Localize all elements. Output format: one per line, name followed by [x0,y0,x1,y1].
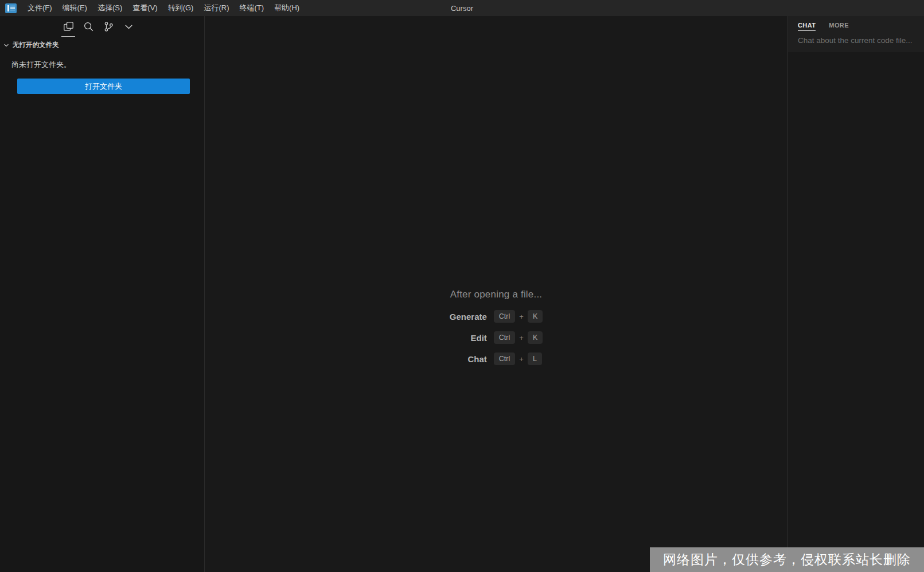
shortcut-list: Generate Ctrl + K Edit Ctrl + K Chat Ct [450,310,543,365]
menu-goto[interactable]: 转到(G) [163,0,199,16]
tab-more[interactable]: MORE [829,22,849,32]
editor-placeholder: After opening a file... Generate Ctrl + … [450,289,543,365]
shortcut-chat-keys: Ctrl + L [494,352,543,365]
no-folder-message: 尚未打开文件夹。 [0,52,204,70]
shortcut-chat-label: Chat [450,354,487,364]
section-no-folder-opened[interactable]: 无打开的文件夹 [0,37,204,52]
app-logo-icon [5,3,17,13]
shortcut-generate-label: Generate [450,312,487,322]
sidebar-toolbar [0,16,204,37]
menu-selection[interactable]: 选择(S) [92,0,127,16]
watermark-banner: 网络图片，仅供参考，侵权联系站长删除 [650,547,924,572]
menu-view[interactable]: 查看(V) [127,0,162,16]
key-ctrl: Ctrl [494,310,515,323]
titlebar: 文件(F) 编辑(E) 选择(S) 查看(V) 转到(G) 运行(R) 终端(T… [0,0,924,16]
key-k: K [528,331,543,344]
plus-sign: + [519,334,524,342]
tab-chat[interactable]: CHAT [798,22,816,32]
source-control-icon[interactable] [101,18,116,36]
section-header-label: 无打开的文件夹 [13,41,59,49]
key-l: L [528,352,542,365]
cursor-window: 文件(F) 编辑(E) 选择(S) 查看(V) 转到(G) 运行(R) 终端(T… [0,0,924,572]
chat-input[interactable]: Chat about the current code file... [788,32,924,45]
chevron-down-icon[interactable] [121,18,136,36]
chat-panel: CHAT MORE Chat about the current code fi… [787,16,924,572]
search-icon[interactable] [81,18,96,36]
shortcut-edit-label: Edit [450,333,487,343]
chat-tabs: CHAT MORE [788,22,924,32]
main-content: 无打开的文件夹 尚未打开文件夹。 打开文件夹 After opening a f… [0,16,924,572]
key-k: K [528,310,543,323]
menu-run[interactable]: 运行(R) [198,0,234,16]
key-ctrl: Ctrl [494,331,515,344]
menu-file[interactable]: 文件(F) [22,0,57,16]
editor-area: After opening a file... Generate Ctrl + … [205,16,787,572]
chat-panel-header: CHAT MORE Chat about the current code fi… [788,16,924,52]
sidebar: 无打开的文件夹 尚未打开文件夹。 打开文件夹 [0,16,205,572]
open-folder-button[interactable]: 打开文件夹 [17,79,190,94]
after-opening-heading: After opening a file... [450,289,543,300]
shortcut-edit-keys: Ctrl + K [494,331,543,344]
menu-terminal[interactable]: 终端(T) [234,0,269,16]
key-ctrl: Ctrl [494,352,515,365]
explorer-icon[interactable] [61,18,76,36]
plus-sign: + [519,312,524,321]
menu-edit[interactable]: 编辑(E) [57,0,92,16]
menubar: 文件(F) 编辑(E) 选择(S) 查看(V) 转到(G) 运行(R) 终端(T… [22,0,305,16]
shortcut-generate-keys: Ctrl + K [494,310,543,323]
plus-sign: + [519,355,524,363]
menu-help[interactable]: 帮助(H) [269,0,305,16]
section-chevron-down-icon [2,41,10,49]
